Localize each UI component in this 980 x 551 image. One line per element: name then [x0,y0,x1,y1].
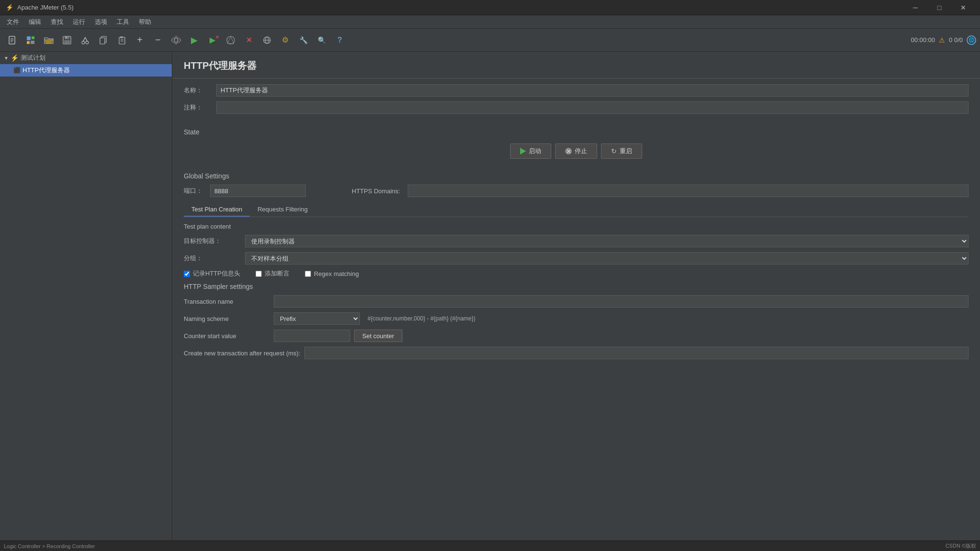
checkbox-row: 记录HTTP信息头 添加断言 Regex matching [184,269,969,278]
status-bar-brand: CSDN ©版权 [946,542,976,550]
regex-matching-input[interactable] [305,271,311,277]
sidebar-item-test-plan[interactable]: ▼ ⚡ 测试计划 [0,52,172,64]
sidebar: ▼ ⚡ 测试计划 ⬛ HTTP代理服务器 [0,52,172,540]
restart-label: 重启 [620,147,632,155]
app-icon: ⚡ [6,4,13,11]
toolbar-run-no-pause-button[interactable]: ▶ ✕ [204,32,221,49]
toolbar-copy-button[interactable] [95,32,112,49]
svg-rect-9 [65,36,69,39]
toolbar-add-button[interactable]: + [131,32,148,49]
toolbar-run-button[interactable]: ▶ [186,32,203,49]
regex-matching-checkbox[interactable]: Regex matching [305,270,359,277]
svg-marker-23 [227,37,234,44]
add-assertions-checkbox[interactable]: 添加断言 [256,269,290,278]
content-area: HTTP代理服务器 名称： 注释： State 启动 [172,52,980,540]
svg-rect-18 [119,37,125,44]
menu-run[interactable]: 运行 [68,16,90,28]
restart-icon: ↻ [611,147,617,155]
toolbar-remote-button[interactable] [258,32,276,49]
http-proxy-icon: ⬛ [13,67,21,74]
transaction-name-label: Transaction name [184,298,270,305]
naming-scheme-select[interactable]: Prefix Suffix Full path [274,312,360,325]
https-domains-input[interactable] [408,185,969,197]
toolbar-templates-button[interactable] [22,32,39,49]
toolbar-options-button[interactable]: ⚙ [277,32,294,49]
new-transaction-input[interactable] [304,347,969,359]
svg-rect-19 [120,36,123,38]
add-assertions-input[interactable] [256,271,262,277]
comment-input[interactable] [216,101,969,114]
target-controller-row: 目标控制器： 使用录制控制器 [184,235,969,247]
counter-start-value-input[interactable] [274,330,350,342]
svg-line-15 [85,37,87,41]
name-section: 名称： 注释： [172,78,980,124]
port-input[interactable] [210,185,306,197]
toolbar-stop-button[interactable] [222,32,239,49]
svg-point-13 [86,41,89,44]
transaction-name-input[interactable] [274,295,969,308]
tab-requests-filtering[interactable]: Requests Filtering [250,203,315,217]
status-bar-text: Logic Controller > Recording Controller [4,543,95,549]
sidebar-resize-handle[interactable] [170,52,172,540]
maximize-button[interactable]: □ [928,0,950,15]
start-button[interactable]: 启动 [510,143,551,159]
status-bar: Logic Controller > Recording Controller … [0,540,980,551]
restart-button[interactable]: ↻ 重启 [601,143,642,159]
page-title: HTTP代理服务器 [172,52,980,78]
toolbar-search-button[interactable]: 🔍 [313,32,330,49]
toolbar-open-button[interactable] [40,32,57,49]
toolbar-functions-button[interactable]: 🔧 [295,32,312,49]
title-bar-left: ⚡ Apache JMeter (5.5) [6,4,74,11]
start-label: 启动 [529,147,541,155]
toolbar-new-button[interactable] [4,32,21,49]
counter-start-value-label: Counter start value [184,332,270,340]
record-http-headers-checkbox[interactable]: 记录HTTP信息头 [184,269,240,278]
menu-tools[interactable]: 工具 [112,16,134,28]
http-sampler-title: HTTP Sampler settings [184,283,969,290]
target-controller-label: 目标控制器： [184,237,241,245]
close-button[interactable]: ✕ [952,0,974,15]
svg-point-12 [82,41,85,44]
toolbar-remove-button[interactable]: − [149,32,167,49]
menu-file[interactable]: 文件 [2,16,24,28]
record-http-headers-label: 记录HTTP信息头 [193,269,240,278]
minimize-button[interactable]: ─ [904,0,926,15]
main-layout: ▼ ⚡ 测试计划 ⬛ HTTP代理服务器 HTTP代理服务器 名称： 注释： [0,52,980,540]
svg-point-22 [227,36,234,44]
toolbar-save-button[interactable] [58,32,76,49]
app-title: Apache JMeter (5.5) [17,4,74,11]
menu-search[interactable]: 查找 [46,16,68,28]
start-icon [520,148,526,154]
toolbar-right: 00:00:00 ⚠ 0 0/0 🌐 [911,35,976,45]
sidebar-item-label-test-plan: 测试计划 [21,54,45,62]
target-controller-select[interactable]: 使用录制控制器 [245,235,969,247]
menu-bar: 文件 编辑 查找 运行 选项 工具 帮助 [0,15,980,29]
svg-rect-5 [32,36,34,39]
warning-icon: ⚠ [939,36,945,44]
grouping-select[interactable]: 不对样本分组 [245,252,969,264]
sidebar-item-http-proxy[interactable]: ⬛ HTTP代理服务器 [0,64,172,77]
toolbar-paste-button[interactable] [113,32,130,49]
record-http-headers-input[interactable] [184,271,190,277]
svg-rect-11 [66,37,67,38]
name-input[interactable] [216,84,969,97]
comment-row: 注释： [184,101,969,114]
stop-button[interactable]: ✕ 停止 [555,143,597,159]
grouping-row: 分组： 不对样本分组 [184,252,969,264]
svg-rect-6 [27,41,30,44]
stop-circle-icon: ✕ [565,148,572,154]
https-domains-label: HTTPS Domains: [352,187,400,195]
grouping-label: 分组： [184,254,241,263]
state-label: State [184,128,969,136]
tab-test-plan-creation[interactable]: Test Plan Creation [184,203,250,217]
toolbar-shutdown-button[interactable]: ✕ [240,32,257,49]
toolbar-help-button[interactable]: ? [331,32,348,49]
set-counter-button[interactable]: Set counter [354,330,402,342]
stop-icon: ✕ [565,148,572,154]
menu-options[interactable]: 选项 [90,16,112,28]
regex-matching-label: Regex matching [314,270,359,277]
toolbar-settings-button[interactable] [167,32,185,49]
menu-help[interactable]: 帮助 [134,16,156,28]
menu-edit[interactable]: 编辑 [24,16,46,28]
toolbar-cut-button[interactable] [77,32,94,49]
